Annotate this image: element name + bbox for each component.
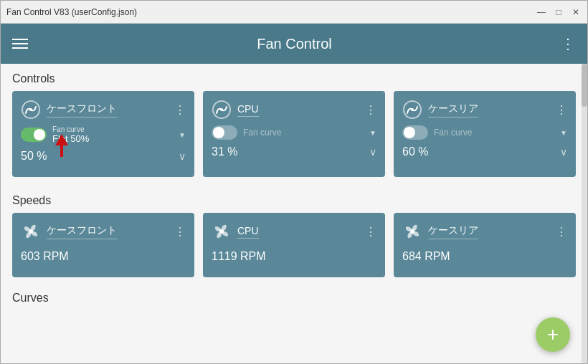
card-header-case-rear: ケースリア ⋮ xyxy=(402,100,567,120)
arrow-up-triangle xyxy=(55,134,68,145)
speed-card-header-case-front: ケースフロント ⋮ xyxy=(21,221,186,241)
card-title-case-front: ケースフロント xyxy=(47,102,117,118)
fan-curve-value-case-front: Flat 50% xyxy=(52,133,173,144)
speed-card-more-cpu[interactable]: ⋮ xyxy=(365,225,376,239)
card-header-left-cpu: CPU xyxy=(212,100,259,120)
fan-icon-case-rear xyxy=(402,221,422,241)
speed-percent-case-front: 50 % xyxy=(21,150,47,163)
speed-card-left-cpu: CPU xyxy=(212,221,259,241)
speeds-section-header: Speeds xyxy=(1,186,587,213)
fan-curve-dropdown-case-rear[interactable]: ▼ xyxy=(560,129,567,137)
scrollbar-thumb[interactable] xyxy=(582,64,587,107)
fan-curve-dropdown-case-front[interactable]: ▼ xyxy=(179,131,186,139)
card-header-case-front: ケースフロント ⋮ xyxy=(21,100,186,120)
control-card-cpu: CPU ⋮ Fan curve ▼ 31 % ∨ xyxy=(203,91,385,177)
expand-arrow-cpu[interactable]: ∨ xyxy=(369,146,376,158)
speed-percent-case-rear: 60 % xyxy=(402,145,428,158)
maximize-button[interactable]: □ xyxy=(553,6,564,18)
card-header-left-case-rear: ケースリア xyxy=(402,100,478,120)
fan-curve-toggle-case-rear[interactable] xyxy=(402,125,428,140)
rpm-value-case-front: 603 RPM xyxy=(21,250,69,262)
speed-card-header-cpu: CPU ⋮ xyxy=(212,221,376,241)
fan-curve-toggle-case-front[interactable] xyxy=(21,128,47,142)
main-content: Controls ケースフロント ⋮ xyxy=(1,64,587,363)
hamburger-line-3 xyxy=(12,47,28,49)
hamburger-menu-button[interactable] xyxy=(12,39,28,49)
header-more-icon[interactable]: ⋮ xyxy=(561,35,576,52)
fan-curve-row-case-front: Fan curve Flat 50% ▼ xyxy=(21,125,186,144)
expand-arrow-case-front[interactable]: ∨ xyxy=(179,150,186,162)
fan-curve-row-case-rear: Fan curve ▼ xyxy=(402,125,567,140)
fan-curve-label-case-front: Fan curve xyxy=(52,125,173,133)
speed-row-case-rear: 60 % ∨ xyxy=(402,145,567,158)
minimize-button[interactable]: — xyxy=(536,6,547,18)
speed-card-case-front: ケースフロント ⋮ 603 RPM xyxy=(12,213,194,277)
gauge-icon-case-rear xyxy=(402,100,422,120)
speed-percent-cpu: 31 % xyxy=(212,145,237,158)
arrow-annotation xyxy=(55,134,68,157)
card-more-case-front[interactable]: ⋮ xyxy=(174,103,186,117)
window-controls: — □ ✕ xyxy=(536,6,582,18)
speed-card-title-case-rear: ケースリア xyxy=(428,224,478,239)
card-more-case-rear[interactable]: ⋮ xyxy=(556,103,567,117)
gauge-icon-case-front xyxy=(21,100,41,120)
svg-point-5 xyxy=(411,108,414,111)
controls-section-header: Controls xyxy=(1,64,587,91)
hamburger-line-1 xyxy=(12,39,28,40)
window-title: Fan Control V83 (userConfig.json) xyxy=(6,7,137,17)
card-header-cpu: CPU ⋮ xyxy=(212,100,376,120)
curves-section-header: Curves xyxy=(12,289,576,307)
speed-card-left-case-front: ケースフロント xyxy=(21,221,117,241)
fan-curve-row-cpu: Fan curve ▼ xyxy=(212,125,376,140)
fan-curve-label-cpu: Fan curve xyxy=(243,128,364,138)
app-title: Fan Control xyxy=(257,36,332,52)
app-window: Fan Control V83 (userConfig.json) — □ ✕ … xyxy=(0,0,588,364)
speed-row-case-front: 50 % ∨ xyxy=(21,150,186,163)
speeds-cards-grid: ケースフロント ⋮ 603 RPM xyxy=(1,213,587,286)
speed-card-more-case-rear[interactable]: ⋮ xyxy=(556,225,567,239)
speed-card-left-case-rear: ケースリア xyxy=(402,221,478,241)
speed-card-case-rear: ケースリア ⋮ 684 RPM xyxy=(394,213,576,277)
rpm-value-case-rear: 684 RPM xyxy=(402,250,450,262)
svg-point-1 xyxy=(29,108,32,111)
fan-curve-dropdown-cpu[interactable]: ▼ xyxy=(369,129,376,137)
control-card-case-front: ケースフロント ⋮ Fan curve Flat 50% ▼ 50 % ∨ xyxy=(12,91,194,177)
fan-icon-cpu xyxy=(212,221,232,241)
card-more-cpu[interactable]: ⋮ xyxy=(365,103,376,117)
gauge-icon-cpu xyxy=(212,100,232,120)
add-fab-button[interactable]: + xyxy=(536,317,570,352)
speed-card-cpu: CPU ⋮ 1119 RPM xyxy=(203,213,385,277)
title-bar: Fan Control V83 (userConfig.json) — □ ✕ xyxy=(1,1,587,24)
hamburger-line-2 xyxy=(12,43,28,44)
speed-card-header-case-rear: ケースリア ⋮ xyxy=(402,221,567,241)
expand-arrow-case-rear[interactable]: ∨ xyxy=(560,146,567,158)
curves-section: Curves xyxy=(1,286,587,313)
svg-point-3 xyxy=(220,108,223,111)
app-header: Fan Control ⋮ xyxy=(1,24,587,64)
speed-card-title-case-front: ケースフロント xyxy=(47,224,117,239)
speed-card-more-case-front[interactable]: ⋮ xyxy=(174,225,186,239)
card-header-left: ケースフロント xyxy=(21,100,117,120)
arrow-shaft xyxy=(60,145,63,157)
speed-row-cpu: 31 % ∨ xyxy=(212,145,376,158)
fan-icon-case-front xyxy=(21,221,41,241)
close-button[interactable]: ✕ xyxy=(570,6,582,18)
control-card-case-rear: ケースリア ⋮ Fan curve ▼ 60 % ∨ xyxy=(394,91,576,177)
card-title-case-rear: ケースリア xyxy=(428,102,478,118)
speed-card-title-cpu: CPU xyxy=(237,225,259,239)
scrollbar-track[interactable] xyxy=(582,64,587,363)
card-title-cpu: CPU xyxy=(237,103,259,117)
fan-curve-toggle-cpu[interactable] xyxy=(212,125,237,140)
fan-curve-label-case-rear: Fan curve xyxy=(434,128,554,138)
rpm-value-cpu: 1119 RPM xyxy=(212,250,266,262)
controls-cards-grid: ケースフロント ⋮ Fan curve Flat 50% ▼ 50 % ∨ xyxy=(1,91,587,186)
